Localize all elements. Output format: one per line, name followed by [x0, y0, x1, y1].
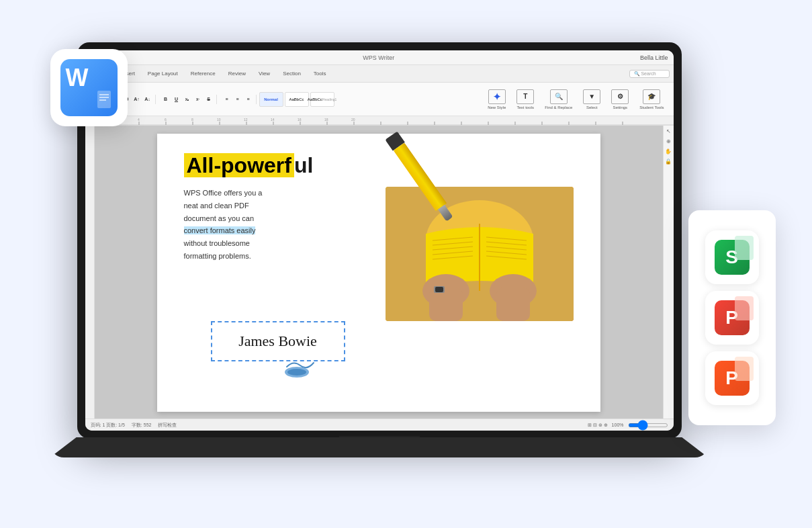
pdf-doc-bg	[735, 296, 754, 320]
document-heading: All-powerful	[184, 154, 574, 177]
svg-text:4: 4	[138, 118, 140, 122]
svg-rect-4	[85, 116, 674, 126]
svg-text:12: 12	[244, 118, 248, 122]
book-photo-svg	[386, 187, 574, 321]
svg-rect-51	[496, 288, 530, 321]
word-count: 字数: 552	[132, 422, 152, 429]
mobile-panel: S P P	[688, 210, 776, 425]
style-heading[interactable]: AaBbCcHeading1	[310, 92, 334, 107]
zoom-icon: ⊕	[666, 138, 671, 144]
strikethrough-button[interactable]: S	[204, 95, 214, 104]
hand-icon: ✋	[665, 148, 672, 155]
tab-page-layout[interactable]: Page Layout	[142, 69, 183, 78]
title-bar: WPS Writer Bella Little	[85, 50, 674, 65]
laptop: WPS Writer Bella Little Home Insert Page…	[77, 42, 682, 486]
svg-rect-53	[435, 287, 443, 292]
svg-text:20: 20	[351, 118, 355, 122]
font-size-up[interactable]: A↑	[132, 95, 142, 104]
laptop-body: WPS Writer Bella Little Home Insert Page…	[77, 42, 682, 439]
style-samples: Normal AaBbCc AaBbCcHeading1	[259, 92, 334, 107]
body-highlight-text: convert formats easily	[184, 224, 372, 237]
ribbon: Arial 10 A↑ A↓ B U X₂ X² S	[85, 83, 674, 116]
svg-text:10: 10	[217, 118, 221, 122]
ruler-marks: 2 4 6 8 10 12 14 16 18 20	[85, 116, 674, 125]
view-icons: ⊞ ⊟ ⊛ ⊕	[588, 423, 608, 428]
pen-svg	[283, 347, 324, 380]
pdf-app-icon: P	[705, 291, 759, 345]
laptop-base	[50, 437, 709, 457]
format-group: B U X₂ X² S	[159, 95, 217, 104]
body-line5: formatting problems.	[184, 250, 372, 263]
zoom-controls: ⊞ ⊟ ⊛ ⊕ 100%	[588, 423, 668, 428]
tab-reference[interactable]: Reference	[185, 69, 221, 78]
body-line2: neat and clean PDF	[184, 200, 372, 212]
signature-box: James Bowie	[211, 321, 345, 361]
svg-text:18: 18	[324, 118, 328, 122]
svg-text:8: 8	[191, 118, 193, 122]
svg-point-55	[287, 369, 306, 376]
student-tools-button[interactable]: 🎓 Student Tools	[635, 88, 668, 111]
page-info: 页码: 1 页数: 1/5	[91, 422, 125, 429]
menu-toolbar: Home Insert Page Layout Reference Review…	[85, 65, 674, 83]
new-style-button[interactable]: ✦ New Style	[484, 88, 510, 111]
window-title: WPS Writer	[118, 54, 640, 61]
bold-button[interactable]: B	[161, 95, 171, 104]
tab-tools[interactable]: Tools	[308, 69, 332, 78]
zoom-level: 100%	[612, 423, 624, 427]
status-bar: 页码: 1 页数: 1/5 字数: 552 拼写检查 ⊞ ⊟ ⊛ ⊕ 100%	[85, 419, 674, 431]
svg-text:14: 14	[271, 118, 275, 122]
align-left[interactable]: ≡	[222, 95, 232, 104]
ruler: 2 4 6 8 10 12 14 16 18 20	[85, 116, 674, 126]
laptop-screen: WPS Writer Bella Little Home Insert Page…	[85, 50, 674, 431]
screen-bezel: WPS Writer Bella Little Home Insert Page…	[85, 50, 674, 431]
wps-writer-icon: W	[50, 49, 128, 126]
body-line1: WPS Office offers you a	[184, 187, 372, 200]
right-panel-icons: ↖ ⊕ ✋ 🔒	[663, 126, 674, 419]
tab-review[interactable]: Review	[223, 69, 251, 78]
main-scene: W WPS Wr	[37, 22, 776, 506]
presentation-app-icon: P	[705, 351, 759, 405]
body-line4: without troublesome	[184, 237, 372, 250]
subscript-button[interactable]: X₂	[183, 95, 192, 104]
spell-check: 拼写检查	[158, 422, 177, 429]
lock-icon: 🔒	[665, 159, 672, 165]
text-tools-button[interactable]: T Text tools	[512, 88, 538, 111]
presentation-doc-bg	[735, 357, 754, 381]
spreadsheet-doc-bg	[735, 236, 754, 260]
spreadsheet-app-icon: S	[705, 230, 759, 284]
doc-lines-icon	[96, 91, 112, 109]
svg-text:6: 6	[165, 118, 167, 122]
style-aabb[interactable]: AaBbCc	[285, 92, 309, 107]
document-image	[386, 187, 574, 321]
align-center[interactable]: ≡	[233, 95, 242, 104]
tab-view[interactable]: View	[253, 69, 275, 78]
svg-rect-50	[429, 288, 463, 321]
settings-button[interactable]: ⚙ Settings	[607, 88, 633, 111]
side-ruler	[85, 126, 95, 419]
search-input[interactable]: 🔍 Search	[629, 70, 670, 78]
superscript-button[interactable]: X²	[193, 95, 203, 104]
wps-w-letter: W	[66, 66, 89, 90]
signature-area: James Bowie	[184, 335, 574, 382]
document-page: All-powerful WPS Office offers you a nea…	[157, 134, 600, 412]
zoom-slider[interactable]	[628, 423, 668, 427]
font-size-down[interactable]: A↓	[143, 95, 152, 104]
svg-rect-0	[97, 91, 111, 108]
paragraph-group: ≡ ≡ ≡	[220, 95, 257, 104]
select-button[interactable]: ▼ Select	[579, 88, 604, 111]
find-replace-button[interactable]: 🔍 Find & Replace	[541, 88, 576, 111]
svg-text:16: 16	[298, 118, 302, 122]
ruler-svg: 2 4 6 8 10 12 14 16 18 20	[85, 116, 674, 126]
cursor-icon: ↖	[666, 128, 671, 134]
style-normal[interactable]: Normal	[259, 92, 283, 107]
align-right[interactable]: ≡	[244, 95, 253, 104]
body-line3: document as you can	[184, 212, 372, 225]
tab-section[interactable]: Section	[277, 69, 306, 78]
heading-suffix: ul	[294, 153, 313, 177]
document-area: All-powerful WPS Office offers you a nea…	[85, 126, 674, 419]
content-area: WPS Office offers you a neat and clean P…	[184, 187, 574, 321]
heading-highlight: All-powerf	[184, 153, 294, 177]
underline-button[interactable]: U	[172, 95, 181, 104]
user-name: Bella Little	[640, 54, 668, 61]
document-body-text: WPS Office offers you a neat and clean P…	[184, 187, 372, 262]
